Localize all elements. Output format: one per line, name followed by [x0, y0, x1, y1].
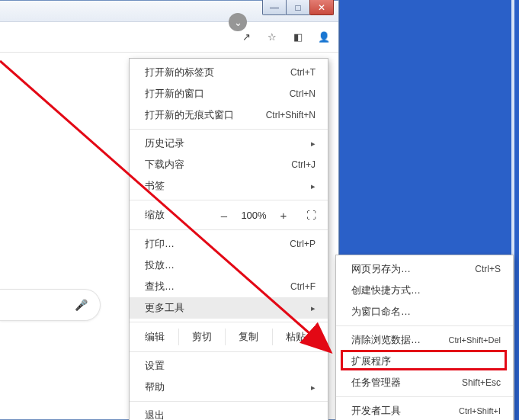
minimize-icon: — [270, 2, 279, 13]
profile-button[interactable]: 👤 [316, 29, 332, 46]
shortcut: Shift+Esc [462, 375, 501, 390]
menu-edit: 编辑 剪切 复制 粘贴 [130, 325, 328, 348]
menu-separator [336, 396, 513, 397]
submenu-name-window[interactable]: 为窗口命名… [336, 301, 513, 322]
menu-settings[interactable]: 设置 [130, 355, 328, 377]
menu-label: 设置 [145, 358, 316, 374]
menu-help[interactable]: 帮助▸ [130, 377, 328, 398]
fullscreen-button[interactable]: ⛶ [302, 210, 320, 221]
fullscreen-icon: ⛶ [306, 210, 316, 221]
menu-exit[interactable]: 退出 [130, 405, 328, 420]
chevron-right-icon: ▸ [305, 300, 316, 316]
menu-label: 打开新的无痕式窗口 [145, 107, 266, 123]
menu-cast[interactable]: 投放… [130, 255, 328, 276]
submenu-create-shortcut[interactable]: 创建快捷方式… [336, 280, 513, 301]
shortcut: Ctrl+S [475, 261, 501, 277]
browser-toolbar: ↗ ☆ ◧ 👤 ⋮ [0, 22, 338, 53]
menu-separator [130, 229, 328, 230]
minus-icon: – [221, 209, 227, 222]
menu-label: 下载内容 [145, 157, 291, 172]
shortcut: Ctrl+Shift+I [459, 403, 501, 418]
close-button[interactable]: ✕ [309, 0, 334, 15]
mic-icon[interactable]: 🎤 [75, 299, 88, 311]
shortcut: Ctrl+T [290, 65, 316, 80]
menu-label: 扩展程序 [351, 354, 501, 369]
share-button[interactable]: ↗ [238, 29, 255, 46]
menu-label: 开发者工具 [351, 403, 459, 418]
shortcut: Ctrl+F [290, 279, 316, 294]
menu-label: 打开新的标签页 [145, 65, 290, 80]
chevron-right-icon: ▸ [305, 178, 316, 194]
menu-separator [130, 401, 328, 402]
menu-label: 查找… [145, 279, 290, 294]
cut-button[interactable]: 剪切 [178, 329, 225, 345]
submenu-dev-tools[interactable]: 开发者工具Ctrl+Shift+I [336, 400, 513, 420]
chevron-down-icon: ⌄ [234, 17, 242, 28]
minimize-button[interactable]: — [262, 0, 287, 15]
star-icon: ☆ [268, 31, 277, 43]
copy-label: 复制 [239, 331, 258, 342]
edit-label: 编辑 [145, 330, 178, 344]
panel-icon: ◧ [293, 31, 303, 43]
menu-label: 任务管理器 [351, 375, 462, 390]
menu-label: 退出 [145, 408, 316, 420]
menu-label: 投放… [145, 258, 316, 273]
shortcut: Ctrl+N [290, 86, 316, 101]
zoom-label: 缩放 [145, 208, 212, 222]
more-tools-submenu: 网页另存为…Ctrl+S 创建快捷方式… 为窗口命名… 清除浏览数据…Ctrl+… [335, 255, 514, 420]
zoom-out-button[interactable]: – [215, 207, 233, 223]
cut-label: 剪切 [192, 331, 212, 342]
submenu-extensions[interactable]: 扩展程序 [336, 351, 513, 372]
menu-label: 网页另存为… [351, 261, 475, 277]
submenu-clear-data[interactable]: 清除浏览数据…Ctrl+Shift+Del [336, 329, 513, 351]
menu-label: 帮助 [145, 380, 305, 395]
main-menu: 打开新的标签页Ctrl+T 打开新的窗口Ctrl+N 打开新的无痕式窗口Ctrl… [129, 58, 328, 420]
paste-button[interactable]: 粘贴 [272, 329, 319, 345]
menu-new-window[interactable]: 打开新的窗口Ctrl+N [130, 83, 328, 104]
maximize-icon: □ [295, 2, 300, 13]
shortcut: Ctrl+Shift+Del [449, 332, 501, 348]
submenu-save-as[interactable]: 网页另存为…Ctrl+S [336, 258, 513, 280]
menu-label: 更多工具 [145, 300, 305, 316]
menu-history[interactable]: 历史记录▸ [130, 133, 328, 154]
menu-separator [130, 200, 328, 200]
submenu-task-manager[interactable]: 任务管理器Shift+Esc [336, 372, 513, 393]
shortcut: Ctrl+P [290, 236, 316, 252]
close-icon: ✕ [318, 2, 325, 13]
menu-label: 书签 [145, 178, 305, 194]
menu-bookmarks[interactable]: 书签▸ [130, 175, 328, 197]
menu-label: 清除浏览数据… [351, 332, 449, 348]
paste-label: 粘贴 [286, 331, 306, 342]
chevron-right-icon: ▸ [305, 136, 316, 151]
menu-label: 历史记录 [145, 136, 305, 151]
menu-zoom: 缩放 – 100% + ⛶ [130, 204, 328, 226]
profile-icon: 👤 [318, 31, 330, 43]
copy-button[interactable]: 复制 [225, 329, 271, 345]
shortcut: Ctrl+J [291, 157, 316, 172]
share-icon: ↗ [242, 31, 251, 43]
chevron-right-icon: ▸ [305, 380, 316, 395]
menu-new-tab[interactable]: 打开新的标签页Ctrl+T [130, 62, 328, 83]
menu-print[interactable]: 打印…Ctrl+P [130, 233, 328, 255]
menu-separator [130, 351, 328, 352]
menu-label: 打印… [145, 236, 290, 252]
plus-icon: + [280, 209, 287, 222]
menu-label: 打开新的窗口 [145, 86, 290, 101]
maximize-button[interactable]: □ [286, 0, 310, 15]
tab-collapse-button[interactable]: ⌄ [229, 13, 247, 31]
search-box[interactable]: 🎤 [0, 289, 101, 321]
menu-incognito[interactable]: 打开新的无痕式窗口Ctrl+Shift+N [130, 104, 328, 126]
window-titlebar: ⌄ — □ ✕ [0, 1, 338, 22]
menu-downloads[interactable]: 下载内容Ctrl+J [130, 154, 328, 175]
zoom-in-button[interactable]: + [274, 207, 293, 223]
side-panel-button[interactable]: ◧ [290, 29, 306, 46]
menu-label: 创建快捷方式… [351, 283, 501, 298]
menu-label: 为窗口命名… [351, 304, 501, 319]
menu-separator [336, 325, 513, 326]
menu-find[interactable]: 查找…Ctrl+F [130, 276, 328, 297]
menu-more-tools[interactable]: 更多工具▸ [130, 297, 328, 319]
zoom-value: 100% [236, 210, 271, 221]
shortcut: Ctrl+Shift+N [266, 107, 316, 123]
bookmark-button[interactable]: ☆ [264, 29, 280, 46]
menu-separator [130, 322, 328, 322]
